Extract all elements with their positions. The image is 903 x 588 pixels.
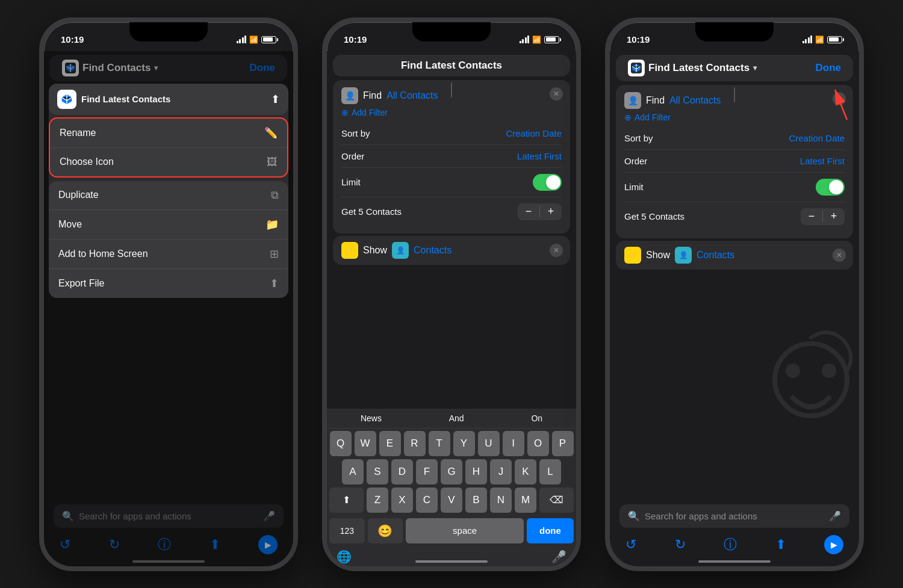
stepper-minus-2[interactable]: − [518, 203, 539, 220]
key-v[interactable]: V [441, 487, 462, 513]
key-s[interactable]: S [367, 459, 388, 484]
battery-3 [827, 36, 842, 43]
close-find-3[interactable]: ✕ [833, 92, 846, 105]
key-r[interactable]: R [404, 431, 426, 456]
undo-icon-3[interactable]: ↺ [625, 537, 636, 552]
close-show-3[interactable]: ✕ [833, 249, 846, 262]
duplicate-menu-item[interactable]: Duplicate ⧉ [49, 181, 288, 210]
done-button-3[interactable]: Done [816, 62, 842, 74]
plus-icon-3: ⊕ [624, 113, 631, 122]
phone-1-content: Find Contacts ▾ Done Find Latest Contact… [44, 51, 293, 566]
stepper-plus-3[interactable]: + [823, 208, 845, 225]
filter-rows-3: Sort by Creation Date Order Latest First… [624, 127, 845, 231]
status-icons-3: 📶 [802, 36, 843, 44]
wifi-icon-2: 📶 [532, 36, 541, 44]
key-k[interactable]: K [515, 459, 536, 484]
key-q[interactable]: Q [330, 431, 352, 456]
key-x[interactable]: X [391, 487, 413, 513]
key-done[interactable]: done [527, 518, 574, 543]
key-t[interactable]: T [429, 431, 450, 456]
close-find-2[interactable]: ✕ [550, 87, 563, 101]
key-u[interactable]: U [478, 431, 500, 456]
key-z[interactable]: Z [367, 487, 388, 513]
suggestion-and[interactable]: And [449, 413, 464, 423]
sort-row-3[interactable]: Sort by Creation Date [624, 127, 845, 150]
signal-3 [802, 36, 813, 43]
search-text-3: Search for apps and actions [645, 511, 824, 521]
globe-icon[interactable]: 🌐 [337, 549, 352, 564]
rename-label: Rename [60, 128, 96, 138]
wifi-icon-3: 📶 [815, 36, 824, 44]
choose-icon-menu-item[interactable]: Choose Icon 🖼 [50, 148, 287, 176]
mic-keyboard-icon[interactable]: 🎤 [551, 549, 566, 564]
key-p[interactable]: P [552, 431, 574, 456]
export-menu-item[interactable]: Export File ⬆ [49, 269, 288, 298]
find-icon-3: 👤 [624, 92, 641, 109]
key-backspace[interactable]: ⌫ [539, 487, 574, 513]
key-b[interactable]: B [465, 487, 487, 513]
key-d[interactable]: D [391, 459, 413, 484]
key-f[interactable]: F [416, 459, 438, 484]
key-a[interactable]: A [342, 459, 364, 484]
limit-toggle-2[interactable] [533, 174, 562, 191]
key-y[interactable]: Y [453, 431, 475, 456]
key-n[interactable]: N [490, 487, 512, 513]
redo-icon-3[interactable]: ↻ [675, 537, 686, 552]
add-filter-3[interactable]: ⊕ Add Filter [624, 113, 845, 122]
time-3: 10:19 [627, 34, 650, 45]
stepper-plus-2[interactable]: + [540, 203, 562, 220]
key-m[interactable]: M [515, 487, 536, 513]
limit-toggle-3[interactable] [816, 179, 845, 196]
phone-1: 10:19 📶 [39, 17, 298, 571]
filter-rows-2: Sort by Creation Date Order Latest First… [341, 122, 562, 226]
bottom-extra-row: 🌐 🎤 [327, 547, 576, 566]
key-123[interactable]: 123 [329, 518, 365, 543]
add-filter-2[interactable]: ⊕ Add Filter [341, 108, 562, 117]
key-j[interactable]: J [490, 459, 512, 484]
key-g[interactable]: G [441, 459, 462, 484]
share-icon[interactable]: ⬆ [271, 93, 280, 106]
search-bar-3[interactable]: 🔍 Search for apps and actions 🎤 [619, 504, 849, 528]
key-o[interactable]: O [527, 431, 549, 456]
move-menu-item[interactable]: Move 📁 [49, 210, 288, 240]
limit-label-2: Limit [341, 177, 361, 187]
rename-menu-item[interactable]: Rename ✏️ [50, 119, 287, 148]
sort-value-3: Creation Date [789, 133, 845, 143]
key-e[interactable]: E [379, 431, 401, 456]
key-space[interactable]: space [406, 518, 524, 543]
key-l[interactable]: L [539, 459, 561, 484]
key-emoji[interactable]: 😊 [368, 518, 403, 543]
key-w[interactable]: W [355, 431, 376, 456]
plus-icon-2: ⊕ [341, 108, 349, 117]
suggestion-news[interactable]: News [361, 413, 382, 423]
share-toolbar-icon-3[interactable]: ⬆ [775, 537, 786, 552]
key-c[interactable]: C [416, 487, 438, 513]
contacts-icon-2: 👤 [392, 242, 409, 259]
nav-title-3: Find Latest Contacts ▾ [628, 60, 757, 76]
add-home-icon: ⊞ [270, 247, 279, 261]
play-icon-3[interactable]: ▶ [824, 535, 843, 554]
order-row-3[interactable]: Order Latest First [624, 150, 845, 173]
limit-row-3[interactable]: Limit [624, 173, 845, 202]
export-label: Export File [58, 278, 104, 289]
time-1: 10:19 [61, 34, 84, 45]
choose-icon-icon: 🖼 [267, 156, 278, 169]
key-i[interactable]: I [503, 431, 524, 456]
phone-3: 10:19 📶 [605, 17, 864, 571]
sort-row-2[interactable]: Sort by Creation Date [341, 122, 562, 145]
notch-3 [695, 22, 774, 42]
add-home-label: Add to Home Screen [58, 249, 148, 259]
suggestion-on[interactable]: On [531, 413, 542, 423]
order-row-2[interactable]: Order Latest First [341, 145, 562, 168]
order-value-3: Latest First [800, 156, 845, 166]
close-show-2[interactable]: ✕ [550, 244, 563, 257]
info-icon-3[interactable]: ⓘ [724, 536, 737, 554]
limit-row-2[interactable]: Limit [341, 168, 562, 197]
key-h[interactable]: H [465, 459, 487, 484]
svg-point-6 [822, 364, 836, 378]
home-indicator-2 [415, 560, 488, 563]
key-shift[interactable]: ⬆ [329, 487, 364, 513]
stepper-minus-3[interactable]: − [801, 208, 822, 225]
add-home-menu-item[interactable]: Add to Home Screen ⊞ [49, 240, 288, 269]
sort-label-3: Sort by [624, 133, 653, 143]
